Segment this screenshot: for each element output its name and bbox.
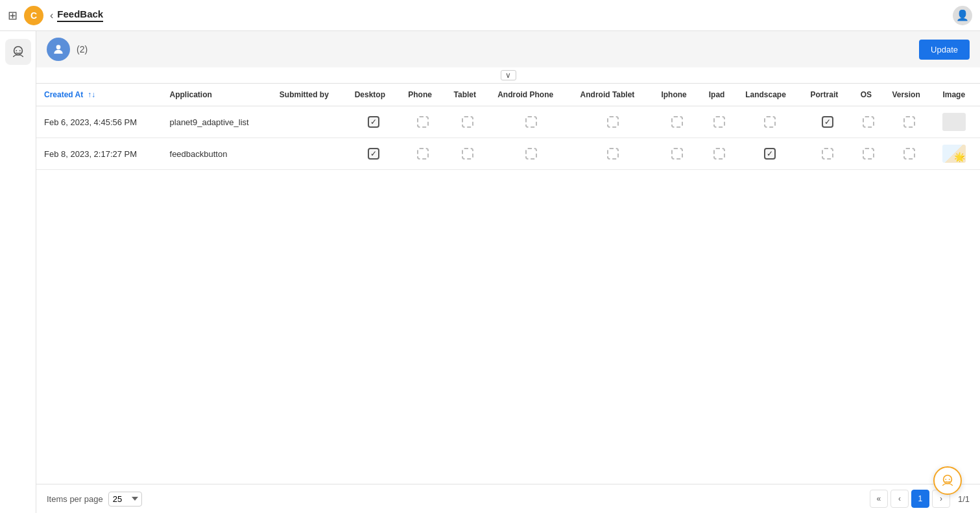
col-os: OS [853,84,885,106]
svg-point-5 [945,479,946,480]
svg-point-3 [56,45,61,49]
page-info: 1/1 [958,494,970,504]
col-created-at[interactable]: Created At ↑↓ [36,84,162,106]
table-row: Feb 8, 2023, 2:17:27 PMfeedbackbutton🌟 [36,138,980,170]
col-ipad: Ipad [701,84,737,106]
checkbox-cell[interactable] [347,106,401,138]
col-android-tablet: Android Tablet [573,84,654,106]
count-badge: (2) [77,44,88,54]
checkbox-cell[interactable] [803,138,853,170]
title-underline [57,21,103,22]
checkbox-cell[interactable] [446,138,490,170]
sidebar-item-feedback[interactable] [5,39,31,65]
main-layout: (2) Update ∨ Created At ↑↓ Application S… [0,31,980,513]
cell-image [935,106,980,138]
svg-point-6 [949,479,950,480]
checkbox-cell[interactable] [737,106,802,138]
page-title: FeedBack [57,8,103,19]
sidebar [0,31,36,513]
checkbox-cell[interactable] [884,138,935,170]
cell-created-at: Feb 6, 2023, 4:45:56 PM [36,106,162,138]
user-avatar [47,38,70,61]
col-version: Version [884,84,935,106]
col-image: Image [935,84,980,106]
back-button[interactable]: ‹ [50,10,53,21]
current-page-button[interactable]: 1 [911,490,929,508]
col-portrait: Portrait [803,84,853,106]
svg-point-2 [19,50,20,51]
cell-application: planet9_adaptive_list [162,106,272,138]
checkbox-cell[interactable] [701,138,737,170]
page-title-wrapper: FeedBack [57,8,103,22]
checkbox-cell[interactable] [446,106,490,138]
cell-submitted-by [272,138,347,170]
page-nav: « ‹ 1 › [870,490,950,508]
first-page-button[interactable]: « [870,490,888,508]
col-application: Application [162,84,272,106]
svg-point-1 [16,50,17,51]
col-android-phone: Android Phone [490,84,572,106]
help-fab[interactable] [933,466,962,495]
checkbox-cell[interactable] [884,106,935,138]
collapse-row: ∨ [36,67,980,84]
checkbox-cell[interactable] [400,138,446,170]
update-button[interactable]: Update [919,40,970,60]
cell-application: feedbackbutton [162,138,272,170]
checkbox-cell[interactable] [853,138,885,170]
table-header-row: Created At ↑↓ Application Submitted by D… [36,84,980,106]
checkbox-cell[interactable] [490,106,572,138]
checkbox-cell[interactable] [347,138,401,170]
grid-icon[interactable]: ⊞ [8,8,18,23]
checkbox-cell[interactable] [573,106,654,138]
cell-image: 🌟 [935,138,980,170]
top-header: ⊞ C ‹ FeedBack 👤 [0,0,980,31]
checkbox-cell[interactable] [653,106,700,138]
checkbox-cell[interactable] [653,138,700,170]
table-row: Feb 6, 2023, 4:45:56 PMplanet9_adaptive_… [36,106,980,138]
checkbox-cell[interactable] [490,138,572,170]
content-area: (2) Update ∨ Created At ↑↓ Application S… [36,31,980,513]
feedback-table: Created At ↑↓ Application Submitted by D… [36,84,980,170]
col-iphone: Iphone [653,84,700,106]
items-per-page: Items per page 25 10 50 100 [47,492,142,507]
col-submitted-by: Submitted by [272,84,347,106]
col-tablet: Tablet [446,84,490,106]
items-per-page-label: Items per page [47,494,103,504]
cell-created-at: Feb 8, 2023, 2:17:27 PM [36,138,162,170]
checkbox-cell[interactable] [853,106,885,138]
collapse-button[interactable]: ∨ [501,70,516,80]
checkbox-cell[interactable] [701,106,737,138]
brand-icon: C [24,6,43,25]
checkbox-cell[interactable] [573,138,654,170]
col-phone: Phone [400,84,446,106]
col-landscape: Landscape [737,84,802,106]
prev-page-button[interactable]: ‹ [890,490,909,508]
checkbox-cell[interactable] [400,106,446,138]
user-avatar-icon[interactable]: 👤 [953,6,972,25]
col-desktop: Desktop [347,84,401,106]
checkbox-cell[interactable] [737,138,802,170]
per-page-select[interactable]: 25 10 50 100 [108,492,142,507]
table-wrapper: Created At ↑↓ Application Submitted by D… [36,84,980,484]
pagination-bar: Items per page 25 10 50 100 « ‹ 1 › 1/1 [36,484,980,513]
sub-header: (2) Update [36,31,980,67]
checkbox-cell[interactable] [803,106,853,138]
cell-submitted-by [272,106,347,138]
